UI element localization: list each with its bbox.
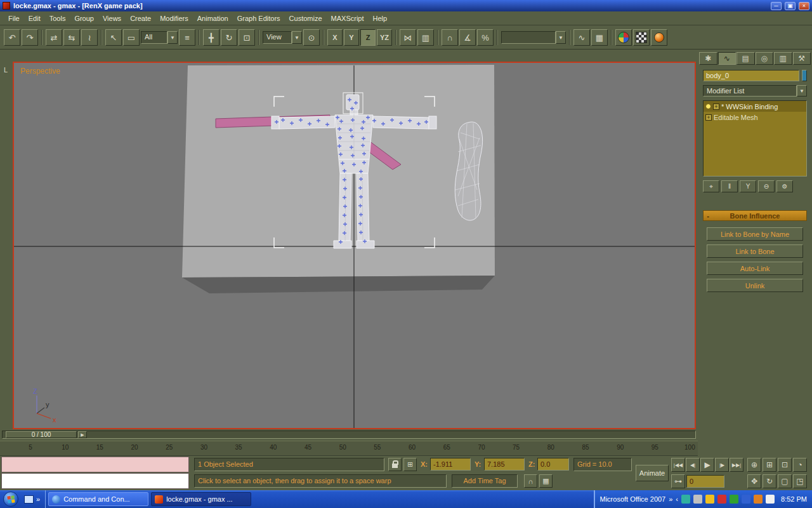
key-mode-toggle[interactable]: ⊶ — [671, 474, 685, 488]
taskbar-task-gmax[interactable]: locke.gmax - gmax ... — [151, 492, 251, 506]
modifier-stack[interactable]: + * WWSkin Binding + Editable Mesh — [703, 100, 807, 177]
pan-icon[interactable]: ✥ — [747, 474, 761, 488]
link-to-bone-button[interactable]: Link to Bone — [707, 244, 803, 258]
chevron-down-icon[interactable]: ▼ — [292, 31, 302, 44]
crossing-selection-button[interactable]: ∩ — [524, 474, 537, 488]
menu-item-group[interactable]: Group — [70, 13, 98, 24]
auto-link-button[interactable]: Auto-Link — [707, 262, 803, 275]
expand-icon[interactable]: + — [705, 114, 712, 121]
taskbar-task-command-and-conquer[interactable]: Command and Con... — [48, 492, 148, 506]
link-to-bone-by-name-button[interactable]: Link to Bone by Name — [707, 227, 803, 241]
unlink-selection-icon[interactable]: ⇆ — [63, 29, 80, 46]
material-editor-icon[interactable] — [615, 29, 632, 46]
maxscript-listener-line[interactable] — [1, 473, 189, 489]
select-and-rotate-icon[interactable]: ↻ — [221, 29, 237, 46]
next-frame-nub[interactable]: ▶ — [78, 431, 87, 438]
minimize-button[interactable]: ─ — [771, 2, 782, 10]
modifier-stack-row-wwskin[interactable]: + * WWSkin Binding — [704, 101, 806, 112]
tray-collapse-icon[interactable]: ‹ — [676, 495, 678, 503]
update-icon[interactable] — [693, 495, 702, 504]
use-pivot-point-icon[interactable]: ⊙ — [303, 29, 320, 46]
tab-create-icon[interactable]: ✱ — [699, 52, 717, 65]
restrict-yz-plane-button[interactable]: YZ — [377, 29, 392, 46]
tab-motion-icon[interactable]: ◎ — [756, 52, 774, 65]
menu-item-help[interactable]: Help — [369, 13, 392, 24]
menu-item-views[interactable]: Views — [98, 13, 126, 24]
show-desktop-icon[interactable] — [24, 495, 34, 504]
degradation-override-button[interactable]: ▦ — [539, 474, 553, 488]
arc-rotate-icon[interactable]: ↻ — [763, 474, 776, 488]
modifier-list-dropdown[interactable]: Modifier List ▼ — [703, 85, 807, 97]
go-to-start-button[interactable]: |◀◀ — [671, 458, 685, 472]
perspective-viewport[interactable]: Perspective — [13, 62, 696, 429]
percent-snap-icon[interactable]: % — [477, 29, 494, 46]
align-icon[interactable]: ▥ — [417, 29, 434, 46]
zoom-region-icon[interactable]: ▢ — [778, 474, 792, 488]
tray-chevron-icon[interactable]: » — [669, 495, 672, 503]
tab-hierarchy-icon[interactable]: ▤ — [737, 52, 755, 65]
display-settings-icon[interactable] — [730, 495, 738, 504]
menu-item-maxscript[interactable]: MAXScript — [327, 13, 369, 24]
menu-item-modifiers[interactable]: Modifiers — [155, 13, 193, 24]
restore-button[interactable]: ▣ — [785, 2, 796, 10]
zoom-icon[interactable]: ⊕ — [747, 458, 761, 472]
show-end-result-icon[interactable]: ‖ — [721, 180, 738, 192]
unlink-button[interactable]: Unlink — [707, 279, 803, 292]
select-object-icon[interactable]: ↖ — [105, 29, 122, 46]
quick-launch-chevron-icon[interactable]: » — [36, 495, 40, 503]
undo-icon[interactable]: ↶ — [4, 29, 20, 46]
pin-stack-icon[interactable]: ⌖ — [703, 180, 719, 192]
chevron-down-icon[interactable]: ▼ — [167, 31, 178, 44]
play-button[interactable]: ▶ — [700, 458, 714, 472]
restrict-x-button[interactable]: X — [327, 29, 343, 46]
x-coordinate-field[interactable]: -1.911 — [430, 458, 471, 471]
tab-modify-icon[interactable]: ∿ — [718, 52, 737, 65]
make-unique-icon[interactable]: Y — [740, 180, 756, 192]
aim-icon[interactable] — [705, 495, 714, 504]
bone-influence-rollout-header[interactable]: - Bone Influence — [703, 210, 807, 221]
min-max-toggle-icon[interactable]: ◳ — [793, 474, 807, 488]
configure-modifier-sets-icon[interactable]: ⚙ — [776, 180, 793, 192]
menu-item-customize[interactable]: Customize — [285, 13, 327, 24]
start-button[interactable] — [3, 491, 18, 507]
select-and-scale-icon[interactable]: ⊡ — [239, 29, 255, 46]
redo-icon[interactable]: ↷ — [22, 29, 38, 46]
viewport-label[interactable]: Perspective — [20, 67, 60, 76]
selection-filter-dropdown[interactable]: All ▼ — [141, 31, 178, 44]
selection-lock-button[interactable] — [388, 458, 402, 471]
modifier-enabled-bulb-icon[interactable] — [705, 104, 711, 109]
bind-to-space-warp-icon[interactable]: ≀ — [81, 29, 98, 46]
schematic-view-icon[interactable]: ▦ — [591, 29, 608, 46]
language-bar-label[interactable]: Microsoft Office 2007 — [600, 495, 666, 503]
media-icon[interactable] — [754, 495, 763, 504]
zoom-all-icon[interactable]: ⊞ — [763, 458, 776, 472]
menu-item-tools[interactable]: Tools — [45, 13, 70, 24]
animate-button[interactable]: Animate — [636, 465, 669, 481]
previous-frame-button[interactable]: ◀| — [686, 458, 700, 472]
select-and-move-icon[interactable]: ╋ — [203, 29, 219, 46]
select-and-link-icon[interactable]: ⇄ — [46, 29, 62, 46]
object-color-swatch[interactable] — [802, 70, 807, 81]
antivirus-icon[interactable] — [717, 495, 726, 504]
snap-toggle-icon[interactable]: ∩ — [442, 29, 458, 46]
modifier-stack-row-editable-mesh[interactable]: + Editable Mesh — [704, 112, 806, 123]
tab-display-icon[interactable]: ▥ — [774, 52, 792, 65]
y-coordinate-field[interactable]: 7.185 — [484, 458, 525, 471]
menu-item-edit[interactable]: Edit — [24, 13, 45, 24]
quick-render-icon[interactable] — [651, 29, 667, 46]
rectangular-selection-icon[interactable]: ▭ — [123, 29, 140, 46]
render-scene-icon[interactable] — [633, 29, 650, 46]
named-selection-sets-dropdown[interactable]: ▼ — [501, 31, 566, 44]
go-to-end-button[interactable]: ▶▶| — [730, 458, 743, 472]
messenger-icon[interactable] — [681, 495, 690, 504]
track-view-icon[interactable]: ∿ — [573, 29, 590, 46]
next-frame-button[interactable]: |▶ — [715, 458, 729, 472]
network-icon[interactable] — [742, 495, 750, 504]
volume-icon[interactable] — [766, 495, 775, 504]
restrict-y-button[interactable]: Y — [344, 29, 359, 46]
add-time-tag[interactable]: Add Time Tag — [452, 474, 518, 488]
restrict-z-button[interactable]: Z — [360, 29, 376, 46]
time-slider-handle[interactable]: 0 / 100 — [6, 431, 77, 438]
menu-item-create[interactable]: Create — [126, 13, 155, 24]
reference-coordinate-dropdown[interactable]: View ▼ — [263, 31, 302, 44]
